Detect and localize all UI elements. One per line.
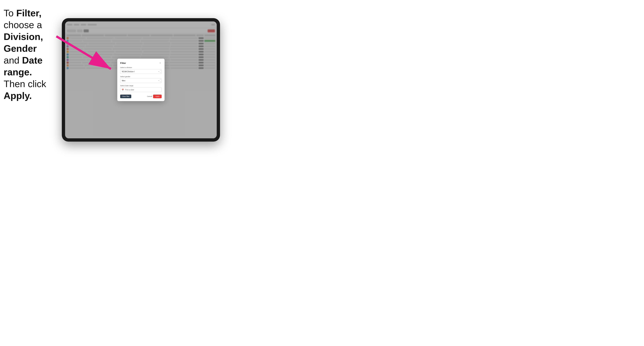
division-form-group: Select a division NCAA Division I NCAA D… [120, 67, 162, 74]
tablet-frame: Filter × Select a division NCAA Division… [62, 18, 220, 142]
modal-close-button[interactable]: × [159, 62, 162, 64]
clear-filter-button[interactable]: Clear filter [120, 95, 131, 98]
division-select-wrapper: NCAA Division I NCAA Division II NCAA Di… [120, 69, 162, 74]
modal-title: Filter [120, 62, 126, 64]
instruction-text: To Filter, choose a Division, Gender and… [4, 7, 58, 102]
filter-modal: Filter × Select a division NCAA Division… [117, 59, 164, 101]
gender-select[interactable]: Men Women Co-ed [120, 78, 162, 83]
gender-select-wrapper: Men Women Co-ed × ⌃⌄ [120, 78, 162, 83]
filter-bold: Filter, [16, 8, 42, 18]
gender-label: Select gender [120, 76, 162, 78]
division-label: Select a division [120, 67, 162, 68]
apply-button[interactable]: Apply [153, 95, 162, 98]
gender-form-group: Select gender Men Women Co-ed × ⌃⌄ [120, 76, 162, 83]
date-input-wrapper: 📅 [120, 87, 162, 92]
cancel-button[interactable]: Cancel [147, 95, 152, 97]
tablet-screen: Filter × Select a division NCAA Division… [65, 21, 217, 138]
division-gender-bold: Division, Gender [4, 31, 43, 54]
division-select[interactable]: NCAA Division I NCAA Division II NCAA Di… [120, 69, 162, 74]
date-label: Select Date range [120, 85, 162, 87]
modal-header: Filter × [120, 62, 162, 64]
date-form-group: Select Date range 📅 [120, 85, 162, 92]
apply-bold: Apply. [4, 90, 32, 101]
date-range-bold: Date range. [4, 55, 42, 77]
date-range-input[interactable] [120, 87, 162, 92]
modal-overlay: Filter × Select a division NCAA Division… [65, 21, 217, 138]
footer-right-actions: Cancel Apply [147, 95, 162, 98]
modal-footer: Clear filter Cancel Apply [120, 95, 162, 98]
